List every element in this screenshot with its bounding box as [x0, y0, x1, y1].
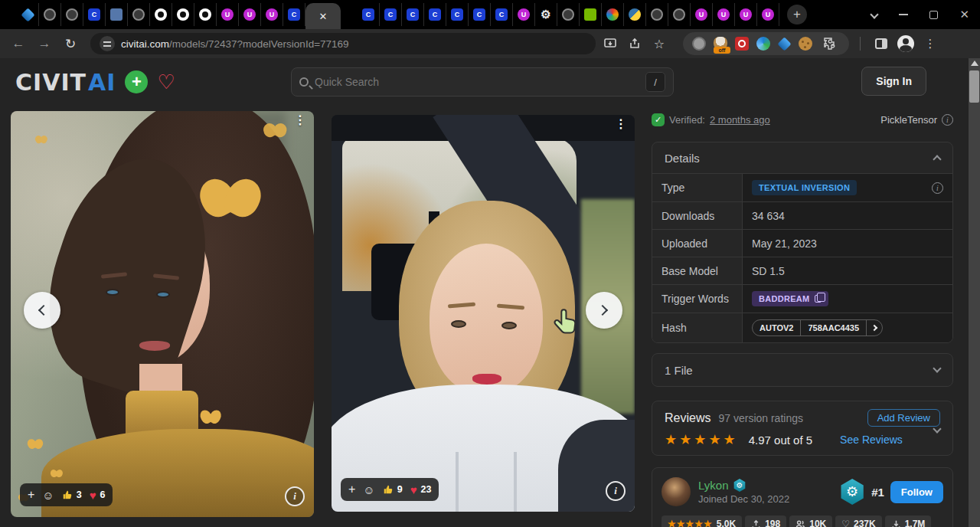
page-scrollbar[interactable]	[969, 58, 980, 527]
details-header[interactable]: Details	[652, 142, 952, 173]
browser-tab-globe[interactable]	[557, 3, 580, 26]
profile-avatar-icon[interactable]	[896, 34, 916, 54]
minimize-icon[interactable]	[899, 14, 908, 15]
creator-likes-stat[interactable]: ♡ 237K	[835, 516, 881, 527]
creator-uploads-stat[interactable]: 198	[745, 516, 786, 527]
browser-tab-globe[interactable]	[39, 3, 61, 26]
install-app-icon[interactable]	[600, 34, 620, 54]
extension-globe-icon[interactable]	[692, 37, 706, 51]
browser-tab-github[interactable]	[194, 3, 217, 26]
browser-tab-ultra[interactable]	[217, 3, 239, 26]
browser-tab-ultra[interactable]	[735, 3, 757, 26]
add-review-button[interactable]: Add Review	[867, 409, 940, 427]
files-header[interactable]: 1 File	[652, 354, 952, 386]
see-reviews-link[interactable]: See Reviews	[840, 434, 903, 446]
browser-tab-civitai[interactable]	[380, 3, 402, 26]
add-reaction-icon[interactable]: +	[28, 488, 34, 502]
creator-name[interactable]: Lykon	[698, 479, 728, 492]
verified-time-link[interactable]: 2 months ago	[710, 114, 770, 126]
browser-tab-ultra[interactable]	[239, 3, 261, 26]
browser-tab-globe[interactable]	[668, 3, 691, 26]
smiley-reaction-icon[interactable]: ☺	[363, 483, 374, 496]
browser-tab-github[interactable]	[150, 3, 172, 26]
civitai-logo[interactable]: CIVITAI	[15, 69, 116, 96]
heart-reaction[interactable]: ♥ 23	[410, 483, 432, 496]
carousel-prev-button[interactable]	[24, 292, 60, 329]
browser-tab-ultra[interactable]	[261, 3, 283, 26]
creator-rating-stat[interactable]: ★★★★★ 5.0K	[662, 516, 742, 527]
browser-tab-civitai[interactable]	[283, 3, 305, 26]
browser-tab-civitai[interactable]	[358, 3, 380, 26]
creator-followers-stat[interactable]: 10K	[789, 516, 832, 527]
creator-downloads-stat[interactable]: 1.7M	[885, 516, 932, 527]
browser-tab-github[interactable]	[172, 3, 194, 26]
extension-red-o-icon[interactable]	[735, 37, 749, 51]
heart-reaction[interactable]: ♥ 6	[90, 489, 106, 502]
restore-icon[interactable]	[929, 11, 938, 19]
search-input[interactable]: Quick Search /	[291, 67, 674, 97]
thumbs-up-reaction[interactable]: 3	[62, 489, 82, 500]
browser-tab-gear[interactable]	[535, 3, 557, 26]
url-text[interactable]: civitai.com/models/72437?modelVersionId=…	[121, 38, 349, 50]
browser-tab-civitai[interactable]	[424, 3, 446, 26]
extension-gem-icon[interactable]	[777, 37, 791, 51]
extension-fire-icon[interactable]: off	[714, 37, 727, 51]
url-bar[interactable]: civitai.com/models/72437?modelVersionId=…	[90, 33, 596, 54]
bookmark-star-icon[interactable]: ☆	[649, 34, 669, 54]
browser-tab-ultra[interactable]	[757, 3, 779, 26]
tab-search-icon[interactable]	[871, 10, 879, 18]
browser-tab-civitai[interactable]	[491, 3, 513, 26]
browser-tab-nvidia[interactable]	[580, 3, 602, 26]
hash-expand-icon[interactable]	[866, 320, 882, 336]
side-panel-icon[interactable]	[871, 34, 891, 54]
forward-icon[interactable]: →	[34, 33, 55, 54]
browser-tab-ultra[interactable]	[691, 3, 713, 26]
chrome-menu-icon[interactable]: ⋮	[920, 34, 940, 54]
browser-tab-python[interactable]	[624, 3, 646, 26]
hash-type[interactable]: AUTOV2	[753, 320, 800, 336]
create-button[interactable]: +	[125, 70, 148, 93]
format-info-icon[interactable]: i	[942, 114, 953, 126]
extension-drive-icon[interactable]	[756, 37, 770, 51]
type-info-icon[interactable]: i	[932, 182, 943, 194]
browser-tab-civitai[interactable]	[446, 3, 469, 26]
browser-tab-globe[interactable]	[646, 3, 668, 26]
active-tab[interactable]: ✕	[305, 3, 341, 29]
smiley-reaction-icon[interactable]: ☺	[42, 489, 54, 502]
back-icon[interactable]: ←	[8, 33, 29, 54]
image-menu-icon[interactable]: ⋮	[615, 121, 627, 127]
browser-tab-ultra[interactable]	[713, 3, 735, 26]
extension-cookie-icon[interactable]	[799, 37, 812, 51]
hash-value[interactable]: 758AAC4435	[800, 320, 866, 336]
hash-pill[interactable]: AUTOV2 758AAC4435	[752, 319, 883, 336]
support-heart-icon[interactable]: ♡	[157, 70, 175, 94]
image-info-icon[interactable]: i	[285, 486, 305, 506]
browser-tab-globe[interactable]	[128, 3, 150, 26]
extensions-puzzle-icon[interactable]	[820, 34, 840, 54]
image-info-icon[interactable]: i	[606, 481, 626, 501]
tab-close-icon[interactable]: ✕	[319, 11, 328, 22]
browser-tab-ultra[interactable]	[513, 3, 535, 26]
type-badge[interactable]: TEXTUAL INVERSION	[752, 180, 857, 195]
close-window-icon[interactable]: ✕	[959, 8, 969, 21]
add-reaction-icon[interactable]: +	[348, 483, 355, 496]
follow-button[interactable]: Follow	[890, 481, 943, 503]
creator-avatar[interactable]	[662, 477, 691, 506]
browser-tab-civitai[interactable]	[402, 3, 424, 26]
browser-tab-gem[interactable]	[17, 3, 39, 26]
scrollbar-thumb[interactable]	[969, 70, 979, 103]
browser-tab-civitai[interactable]	[83, 3, 106, 26]
browser-tab-grid[interactable]	[106, 3, 128, 26]
thumbs-up-reaction[interactable]: 9	[383, 484, 403, 495]
reload-icon[interactable]: ↻	[60, 33, 81, 54]
new-tab-button[interactable]: +	[787, 5, 807, 25]
site-info-icon[interactable]	[100, 36, 115, 51]
browser-tab-civitai[interactable]	[469, 3, 491, 26]
browser-tab-globe[interactable]	[61, 3, 83, 26]
copy-icon[interactable]	[815, 295, 822, 303]
browser-tab-palette[interactable]	[602, 3, 624, 26]
trigger-word-badge[interactable]: BADDREAM	[752, 291, 828, 306]
carousel-next-button[interactable]	[586, 292, 622, 329]
image-menu-icon[interactable]: ⋮	[294, 117, 306, 123]
share-icon[interactable]	[625, 34, 645, 54]
